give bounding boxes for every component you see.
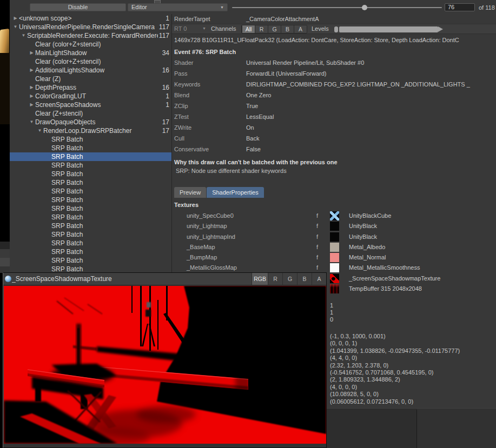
detail-value: DIRLIGHTMAP_COMBINED FOG_EXP2 LIGHTMAP_O…: [246, 81, 496, 88]
detail-value: On: [246, 124, 496, 131]
frame-slider-track[interactable]: [232, 7, 442, 8]
expand-arrow-icon[interactable]: ▼: [20, 31, 27, 40]
detail-tab[interactable]: Preview: [174, 187, 206, 198]
channel-button[interactable]: All: [242, 25, 255, 33]
expand-arrow-icon[interactable]: ▶: [12, 14, 19, 23]
expand-arrow-icon[interactable]: ▶: [28, 101, 35, 109]
levels-slider-min-handle[interactable]: [334, 26, 338, 32]
frame-slider-handle[interactable]: [362, 5, 367, 10]
target-selector-dropdown[interactable]: Editor ▼: [128, 3, 228, 11]
texture-row[interactable]: unity_SpecCube0 f UnityBlackCube: [172, 211, 496, 221]
expand-arrow-icon[interactable]: ▶: [28, 66, 35, 75]
tree-row[interactable]: ▶ <unknown scope> 1: [10, 14, 171, 23]
preview-channel-button[interactable]: RGB: [252, 273, 268, 285]
channel-button[interactable]: B: [281, 25, 294, 33]
tree-row[interactable]: SRP Batch: [10, 204, 171, 213]
texture-thumbnail[interactable]: [330, 222, 339, 231]
frame-number-input[interactable]: 76: [445, 3, 475, 11]
detail-value: False: [246, 146, 496, 152]
tree-row[interactable]: SRP Batch: [10, 239, 171, 248]
preview-channel-button[interactable]: A: [312, 273, 326, 285]
expand-arrow-icon[interactable]: ▼: [36, 126, 43, 135]
tree-row-label: SRP Batch: [51, 256, 168, 265]
tree-row[interactable]: ▼ RenderLoop.DrawSRPBatcher 17: [10, 126, 171, 135]
detail-value: Back: [246, 135, 496, 142]
tree-row-label: SRP Batch: [51, 248, 168, 256]
expand-arrow-icon[interactable]: ▼: [12, 23, 19, 31]
texture-thumbnail[interactable]: [330, 243, 339, 252]
tree-row[interactable]: ▶ AdditionalLightsShadow 16: [10, 66, 171, 75]
expand-arrow-icon[interactable]: ▼: [28, 118, 35, 126]
preview-window-titlebar[interactable]: _ScreenSpaceShadowmapTexture RGB R G B A: [3, 273, 326, 285]
tree-row[interactable]: Clear (color+Z+stencil): [10, 40, 171, 49]
tree-row[interactable]: SRP Batch: [10, 152, 171, 161]
rt-dropdown[interactable]: RT 0: [174, 25, 187, 32]
tree-row[interactable]: SRP Batch: [10, 256, 171, 265]
tree-row[interactable]: ▼ DrawOpaqueObjects 17: [10, 118, 171, 126]
expand-arrow-icon[interactable]: ▶: [28, 92, 35, 101]
unity-editor-screen: { "frame_debugger": { "toolbar": { "disa…: [0, 0, 496, 448]
render-target-label: RenderTarget: [174, 16, 210, 22]
preview-channel-button[interactable]: B: [297, 273, 312, 285]
frame-total-label: of 118: [479, 4, 495, 11]
tree-row[interactable]: Clear (Z+stencil): [10, 109, 171, 118]
tree-row[interactable]: SRP Batch: [10, 178, 171, 187]
texture-thumbnail[interactable]: [330, 274, 339, 283]
channel-button[interactable]: G: [268, 25, 281, 33]
tree-row[interactable]: SRP Batch: [10, 230, 171, 239]
texture-row[interactable]: unity_Lightmap f UnityBlack: [172, 221, 496, 231]
texture-row[interactable]: _BumpMap f Metal_Normal: [172, 252, 496, 263]
tree-row[interactable]: SRP Batch: [10, 196, 171, 204]
texture-thumbnail[interactable]: [330, 263, 339, 272]
tree-row[interactable]: SRP Batch: [10, 144, 171, 152]
texture-row[interactable]: _BaseMap f Metal_Albedo: [172, 242, 496, 252]
preview-channel-button[interactable]: R: [268, 273, 282, 285]
texture-property-name: _MetallicGlossMap: [187, 264, 237, 271]
tree-row[interactable]: Clear (color+Z+stencil): [10, 57, 171, 66]
tree-row-count: 17: [161, 126, 171, 135]
tree-row[interactable]: ▶ ScreenSpaceShadows 1: [10, 101, 171, 109]
channel-button[interactable]: A: [294, 25, 307, 33]
levels-slider-max-handle[interactable]: [438, 26, 443, 32]
tree-row[interactable]: SRP Batch: [10, 222, 171, 230]
tree-row[interactable]: SRP Batch: [10, 265, 171, 272]
detail-label: Conservative: [174, 146, 209, 152]
texture-thumbnail[interactable]: [330, 211, 339, 220]
tree-row-label: SRP Batch: [51, 222, 168, 230]
tree-row[interactable]: ▶ ColorGradingLUT 1: [10, 92, 171, 101]
vector-value: (2, 1.809323, 1.344886, 2): [330, 376, 496, 383]
channel-button[interactable]: R: [255, 25, 268, 33]
event-title: Event #76: SRP Batch: [172, 45, 496, 57]
levels-slider-track[interactable]: [339, 26, 438, 32]
tree-row[interactable]: SRP Batch: [10, 248, 171, 256]
preview-channel-button[interactable]: G: [282, 273, 297, 285]
tree-row[interactable]: ▶ DepthPrepass 16: [10, 83, 171, 92]
texture-thumbnail[interactable]: [330, 232, 339, 242]
texture-asset-name: TempBuffer 315 2048x2048: [349, 285, 422, 292]
tree-row[interactable]: SRP Batch: [10, 187, 171, 196]
tree-row[interactable]: SRP Batch: [10, 161, 171, 170]
tree-row[interactable]: ▼ ScriptableRenderer.Execute: ForwardRen…: [10, 31, 171, 40]
detail-tabs: Preview ShaderProperties: [172, 187, 496, 199]
chevron-down-icon: ▼: [202, 26, 206, 30]
tree-row-label: UniversalRenderPipeline.RenderSingleCame…: [19, 23, 158, 31]
texture-flag: f: [316, 223, 318, 229]
texture-row[interactable]: _MetallicGlossMap f Metal_MetallicSmooth…: [172, 263, 496, 273]
tree-row-label: <unknown scope>: [19, 14, 164, 23]
texture-thumbnail[interactable]: [330, 253, 339, 262]
texture-row[interactable]: unity_LightmapInd f UnityBlack: [172, 232, 496, 242]
tree-row[interactable]: Clear (Z): [10, 75, 171, 83]
tree-row[interactable]: SRP Batch: [10, 213, 171, 222]
detail-tab[interactable]: ShaderProperties: [207, 187, 264, 198]
expand-arrow-icon[interactable]: ▶: [28, 49, 35, 57]
texture-flag: f: [316, 233, 318, 240]
tree-row[interactable]: SRP Batch: [10, 170, 171, 178]
disable-button[interactable]: Disable: [30, 3, 126, 11]
vector-value: (-1, 0.3, 1000, 0.001): [330, 333, 496, 340]
expand-arrow-icon[interactable]: ▶: [28, 83, 35, 92]
tree-row[interactable]: ▶ MainLightShadow 34: [10, 49, 171, 57]
tree-row[interactable]: ▼ UniversalRenderPipeline.RenderSingleCa…: [10, 23, 171, 31]
texture-flag: f: [316, 244, 318, 250]
texture-thumbnail[interactable]: [330, 284, 339, 293]
tree-row[interactable]: SRP Batch: [10, 135, 171, 144]
